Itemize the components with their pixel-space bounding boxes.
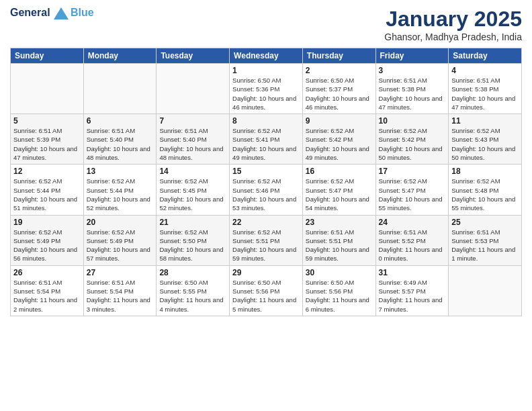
calendar-day-header: Monday [83, 48, 157, 64]
day-info: Sunrise: 6:51 AM Sunset: 5:53 PM Dayligh… [451, 228, 519, 263]
calendar-week-row: 1Sunrise: 6:50 AM Sunset: 5:36 PM Daylig… [11, 64, 522, 114]
day-number: 17 [379, 167, 446, 176]
day-number: 26 [13, 268, 81, 277]
day-info: Sunrise: 6:52 AM Sunset: 5:41 PM Dayligh… [232, 126, 300, 162]
day-number: 25 [451, 218, 519, 227]
day-number: 14 [159, 167, 226, 176]
calendar-cell: 9Sunrise: 6:52 AM Sunset: 5:42 PM Daylig… [302, 114, 375, 165]
calendar-cell: 3Sunrise: 6:51 AM Sunset: 5:38 PM Daylig… [375, 64, 449, 114]
calendar-cell: 27Sunrise: 6:51 AM Sunset: 5:54 PM Dayli… [83, 265, 157, 316]
day-info: Sunrise: 6:50 AM Sunset: 5:56 PM Dayligh… [232, 278, 300, 314]
calendar-cell: 23Sunrise: 6:51 AM Sunset: 5:51 PM Dayli… [302, 215, 375, 265]
day-info: Sunrise: 6:52 AM Sunset: 5:46 PM Dayligh… [232, 177, 300, 212]
day-info: Sunrise: 6:50 AM Sunset: 5:36 PM Dayligh… [232, 76, 300, 111]
day-info: Sunrise: 6:52 AM Sunset: 5:44 PM Dayligh… [87, 177, 154, 212]
day-info: Sunrise: 6:52 AM Sunset: 5:47 PM Dayligh… [306, 177, 373, 212]
svg-marker-0 [54, 7, 69, 19]
day-number: 30 [306, 268, 373, 277]
day-info: Sunrise: 6:49 AM Sunset: 5:57 PM Dayligh… [379, 278, 446, 314]
day-number: 1 [232, 66, 300, 75]
calendar-cell [11, 64, 84, 114]
day-info: Sunrise: 6:52 AM Sunset: 5:43 PM Dayligh… [451, 126, 519, 162]
calendar-week-row: 5Sunrise: 6:51 AM Sunset: 5:39 PM Daylig… [11, 114, 522, 165]
day-number: 18 [451, 167, 519, 176]
calendar-cell: 12Sunrise: 6:52 AM Sunset: 5:44 PM Dayli… [11, 165, 84, 215]
calendar-day-header: Tuesday [157, 48, 230, 64]
day-number: 24 [379, 218, 446, 227]
day-number: 21 [159, 218, 226, 227]
calendar-cell: 6Sunrise: 6:51 AM Sunset: 5:40 PM Daylig… [83, 114, 157, 165]
calendar-cell: 15Sunrise: 6:52 AM Sunset: 5:46 PM Dayli… [230, 165, 303, 215]
calendar-header-row: SundayMondayTuesdayWednesdayThursdayFrid… [11, 48, 522, 64]
calendar-table: SundayMondayTuesdayWednesdayThursdayFrid… [10, 48, 522, 316]
day-info: Sunrise: 6:52 AM Sunset: 5:44 PM Dayligh… [13, 177, 81, 212]
header: General Blue January 2025 Ghansor, Madhy… [10, 7, 522, 42]
calendar-day-header: Saturday [449, 48, 522, 64]
day-number: 15 [232, 167, 300, 176]
logo-icon [54, 7, 69, 19]
calendar-cell [449, 265, 522, 316]
day-number: 9 [306, 116, 373, 126]
day-info: Sunrise: 6:52 AM Sunset: 5:49 PM Dayligh… [87, 228, 154, 263]
calendar-cell: 8Sunrise: 6:52 AM Sunset: 5:41 PM Daylig… [230, 114, 303, 165]
calendar-cell: 29Sunrise: 6:50 AM Sunset: 5:56 PM Dayli… [230, 265, 303, 316]
calendar-day-header: Sunday [11, 48, 84, 64]
calendar-week-row: 26Sunrise: 6:51 AM Sunset: 5:54 PM Dayli… [11, 265, 522, 316]
logo-blue: Blue [71, 7, 94, 19]
calendar-day-header: Thursday [302, 48, 375, 64]
calendar-cell: 28Sunrise: 6:50 AM Sunset: 5:55 PM Dayli… [157, 265, 230, 316]
calendar-cell: 16Sunrise: 6:52 AM Sunset: 5:47 PM Dayli… [302, 165, 375, 215]
day-number: 10 [379, 116, 446, 126]
calendar-cell: 31Sunrise: 6:49 AM Sunset: 5:57 PM Dayli… [375, 265, 449, 316]
calendar-cell: 1Sunrise: 6:50 AM Sunset: 5:36 PM Daylig… [230, 64, 303, 114]
calendar-cell: 21Sunrise: 6:52 AM Sunset: 5:50 PM Dayli… [157, 215, 230, 265]
calendar-cell: 30Sunrise: 6:50 AM Sunset: 5:56 PM Dayli… [302, 265, 375, 316]
day-number: 12 [13, 167, 81, 176]
day-info: Sunrise: 6:51 AM Sunset: 5:38 PM Dayligh… [379, 76, 446, 111]
day-info: Sunrise: 6:51 AM Sunset: 5:54 PM Dayligh… [13, 278, 81, 314]
calendar-cell: 18Sunrise: 6:52 AM Sunset: 5:48 PM Dayli… [449, 165, 522, 215]
day-number: 28 [159, 268, 226, 277]
day-info: Sunrise: 6:50 AM Sunset: 5:56 PM Dayligh… [306, 278, 373, 314]
day-info: Sunrise: 6:51 AM Sunset: 5:40 PM Dayligh… [87, 126, 154, 162]
day-info: Sunrise: 6:52 AM Sunset: 5:45 PM Dayligh… [159, 177, 226, 212]
day-info: Sunrise: 6:52 AM Sunset: 5:51 PM Dayligh… [232, 228, 300, 263]
day-info: Sunrise: 6:52 AM Sunset: 5:42 PM Dayligh… [379, 126, 446, 162]
day-info: Sunrise: 6:51 AM Sunset: 5:51 PM Dayligh… [306, 228, 373, 263]
day-number: 23 [306, 218, 373, 227]
title-block: January 2025 Ghansor, Madhya Pradesh, In… [384, 7, 522, 42]
day-number: 5 [13, 116, 81, 126]
calendar-day-header: Friday [375, 48, 449, 64]
calendar-cell: 11Sunrise: 6:52 AM Sunset: 5:43 PM Dayli… [449, 114, 522, 165]
day-number: 2 [306, 66, 373, 75]
day-number: 3 [379, 66, 446, 75]
day-number: 27 [87, 268, 154, 277]
page-container: General Blue January 2025 Ghansor, Madhy… [0, 0, 532, 323]
day-number: 4 [451, 66, 519, 75]
day-info: Sunrise: 6:52 AM Sunset: 5:48 PM Dayligh… [451, 177, 519, 212]
logo-text: General [10, 7, 69, 19]
day-info: Sunrise: 6:51 AM Sunset: 5:54 PM Dayligh… [87, 278, 154, 314]
day-info: Sunrise: 6:50 AM Sunset: 5:55 PM Dayligh… [159, 278, 226, 314]
day-info: Sunrise: 6:51 AM Sunset: 5:39 PM Dayligh… [13, 126, 81, 162]
calendar-cell: 7Sunrise: 6:51 AM Sunset: 5:40 PM Daylig… [157, 114, 230, 165]
logo: General Blue [10, 7, 94, 19]
calendar-cell: 26Sunrise: 6:51 AM Sunset: 5:54 PM Dayli… [11, 265, 84, 316]
calendar-cell: 2Sunrise: 6:50 AM Sunset: 5:37 PM Daylig… [302, 64, 375, 114]
day-info: Sunrise: 6:52 AM Sunset: 5:42 PM Dayligh… [306, 126, 373, 162]
calendar-cell: 17Sunrise: 6:52 AM Sunset: 5:47 PM Dayli… [375, 165, 449, 215]
day-info: Sunrise: 6:51 AM Sunset: 5:40 PM Dayligh… [159, 126, 226, 162]
day-number: 11 [451, 116, 519, 126]
day-info: Sunrise: 6:52 AM Sunset: 5:49 PM Dayligh… [13, 228, 81, 263]
calendar-cell [157, 64, 230, 114]
day-number: 29 [232, 268, 300, 277]
day-info: Sunrise: 6:52 AM Sunset: 5:50 PM Dayligh… [159, 228, 226, 263]
subtitle: Ghansor, Madhya Pradesh, India [384, 32, 522, 42]
month-title: January 2025 [384, 7, 522, 32]
day-info: Sunrise: 6:51 AM Sunset: 5:38 PM Dayligh… [451, 76, 519, 111]
day-info: Sunrise: 6:52 AM Sunset: 5:47 PM Dayligh… [379, 177, 446, 212]
day-number: 20 [87, 218, 154, 227]
day-number: 16 [306, 167, 373, 176]
day-number: 7 [159, 116, 226, 126]
day-number: 6 [87, 116, 154, 126]
